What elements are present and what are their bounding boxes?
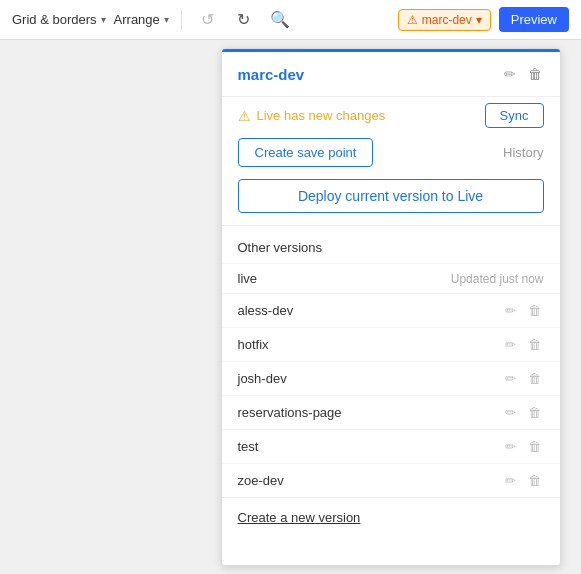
version-action-icons: ✏🗑 — [502, 403, 544, 422]
version-edit-icon[interactable]: ✏ — [502, 471, 519, 490]
version-name: zoe-dev — [238, 473, 502, 488]
version-action-icons: ✏🗑 — [502, 301, 544, 320]
redo-button[interactable]: ↻ — [230, 6, 258, 34]
live-changes-warning-icon: ⚠ — [238, 108, 251, 124]
grid-borders-group[interactable]: Grid & borders ▾ — [12, 12, 106, 27]
alert-chevron-icon: ▾ — [476, 13, 482, 27]
version-action-icons: ✏🗑 — [502, 437, 544, 456]
version-edit-icon[interactable]: ✏ — [502, 369, 519, 388]
delete-icon[interactable]: 🗑 — [526, 64, 544, 84]
grid-borders-label: Grid & borders — [12, 12, 97, 27]
arrange-group[interactable]: Arrange ▾ — [114, 12, 169, 27]
sync-button[interactable]: Sync — [485, 103, 544, 128]
arrange-label: Arrange — [114, 12, 160, 27]
version-delete-icon[interactable]: 🗑 — [525, 301, 544, 320]
panel-header-icons: ✏ 🗑 — [502, 64, 544, 84]
version-name: live — [238, 271, 443, 286]
version-delete-icon[interactable]: 🗑 — [525, 403, 544, 422]
arrange-chevron-icon: ▾ — [164, 14, 169, 25]
version-edit-icon[interactable]: ✏ — [502, 301, 519, 320]
preview-button[interactable]: Preview — [499, 7, 569, 32]
list-item[interactable]: josh-dev✏🗑 — [222, 361, 560, 395]
list-item[interactable]: liveUpdated just now — [222, 263, 560, 293]
edit-icon[interactable]: ✏ — [502, 64, 518, 84]
version-edit-icon[interactable]: ✏ — [502, 403, 519, 422]
panel-divider — [222, 225, 560, 226]
panel-title: marc-dev — [238, 66, 502, 83]
grid-borders-chevron-icon: ▾ — [101, 14, 106, 25]
undo-button[interactable]: ↺ — [194, 6, 222, 34]
search-button[interactable]: 🔍 — [266, 6, 294, 34]
list-item[interactable]: reservations-page✏🗑 — [222, 395, 560, 429]
version-edit-icon[interactable]: ✏ — [502, 437, 519, 456]
alert-label: marc-dev — [422, 13, 472, 27]
toolbar-divider-1 — [181, 10, 182, 30]
panel-header: marc-dev ✏ 🗑 — [222, 52, 560, 97]
versions-list: liveUpdated just nowaless-dev✏🗑hotfix✏🗑j… — [222, 263, 560, 497]
list-item[interactable]: zoe-dev✏🗑 — [222, 463, 560, 497]
version-delete-icon[interactable]: 🗑 — [525, 335, 544, 354]
deploy-button[interactable]: Deploy current version to Live — [238, 179, 544, 213]
version-action-icons: ✏🗑 — [502, 369, 544, 388]
version-delete-icon[interactable]: 🗑 — [525, 437, 544, 456]
list-item[interactable]: aless-dev✏🗑 — [222, 293, 560, 327]
alert-icon: ⚠ — [407, 13, 418, 27]
version-action-icons: ✏🗑 — [502, 471, 544, 490]
version-updated: Updated just now — [451, 272, 544, 286]
history-link[interactable]: History — [503, 145, 543, 160]
version-action-icons: ✏🗑 — [502, 335, 544, 354]
version-delete-icon[interactable]: 🗑 — [525, 369, 544, 388]
toolbar: Grid & borders ▾ Arrange ▾ ↺ ↻ 🔍 ⚠ marc-… — [0, 0, 581, 40]
list-item[interactable]: hotfix✏🗑 — [222, 327, 560, 361]
create-save-point-button[interactable]: Create save point — [238, 138, 374, 167]
version-name: josh-dev — [238, 371, 502, 386]
other-versions-label: Other versions — [222, 234, 560, 263]
panel-alert-row: ⚠ Live has new changes Sync — [222, 97, 560, 138]
list-item[interactable]: test✏🗑 — [222, 429, 560, 463]
main-content: marc-dev ✏ 🗑 ⚠ Live has new changes Sync… — [0, 40, 581, 574]
versions-panel: marc-dev ✏ 🗑 ⚠ Live has new changes Sync… — [221, 48, 561, 566]
version-name: test — [238, 439, 502, 454]
alert-badge[interactable]: ⚠ marc-dev ▾ — [398, 9, 491, 31]
version-name: aless-dev — [238, 303, 502, 318]
create-new-version-link[interactable]: Create a new version — [222, 497, 560, 537]
version-name: hotfix — [238, 337, 502, 352]
live-changes-text: Live has new changes — [257, 108, 479, 123]
version-delete-icon[interactable]: 🗑 — [525, 471, 544, 490]
version-edit-icon[interactable]: ✏ — [502, 335, 519, 354]
panel-actions-row: Create save point History — [222, 138, 560, 179]
version-name: reservations-page — [238, 405, 502, 420]
